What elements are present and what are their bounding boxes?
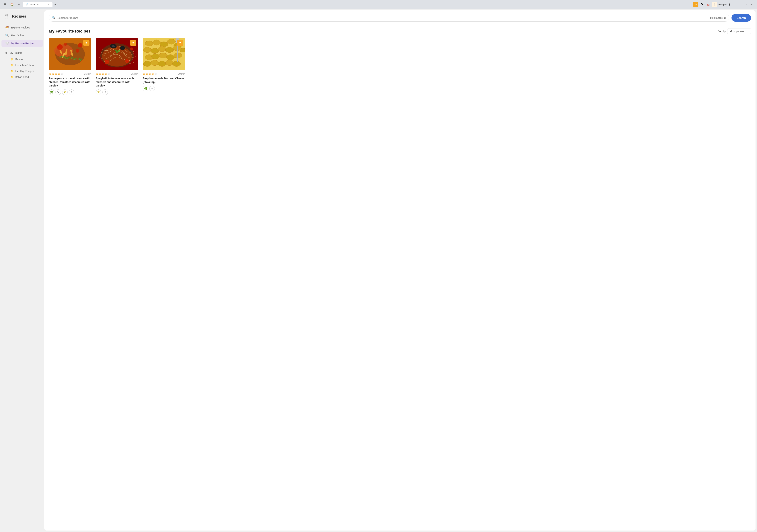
star-5: ★ — [107, 72, 110, 75]
mac-time: 20 min — [178, 73, 185, 75]
recipe-image-mac: ♥ — [143, 38, 185, 70]
maximize-button[interactable]: □ — [742, 2, 748, 7]
search-wrapper: 🔍 Intolerances ⚙ — [49, 14, 729, 22]
star-5: ★ — [61, 72, 63, 75]
logo-icon: 🍴 — [4, 13, 10, 19]
favorite-button-spaghetti[interactable]: ♥ — [130, 40, 136, 46]
svg-point-21 — [118, 50, 120, 52]
folder-icon-pastas: 📁 — [10, 58, 14, 61]
folders-section: ⊞ My Folders 📁 Pastas 📁 Less than 1 hour… — [0, 48, 45, 80]
svg-point-16 — [120, 46, 125, 50]
browser-titlebar: ☰ 🏠 ← 📄 New Tab × + ↗ ✕ M 🍴 Recipes ⋮⋮ —… — [0, 0, 757, 9]
svg-point-19 — [130, 47, 133, 50]
star-1: ★ — [96, 72, 98, 75]
star-2: ★ — [99, 72, 101, 75]
ext-icon-1[interactable]: ↗ — [693, 2, 698, 7]
folder-less-than-hour[interactable]: 📁 Less than 1 hour — [1, 62, 43, 68]
sidebar-item-favorites-label: My Favorite Recipes — [11, 42, 35, 45]
svg-point-17 — [105, 60, 109, 64]
sidebar-logo: 🍴 Recipes — [0, 12, 45, 23]
sidebar-item-find-label: Find Online — [11, 34, 24, 37]
folder-italian[interactable]: 📁 Italian Food — [1, 74, 43, 80]
page-title: My Favourite Recipes — [49, 29, 91, 34]
star-3: ★ — [149, 72, 151, 75]
svg-point-18 — [125, 59, 129, 63]
folder-pastas[interactable]: 📁 Pastas — [1, 56, 43, 62]
window-controls: — □ ✕ — [736, 2, 755, 7]
logo-text: Recipes — [12, 14, 26, 18]
ext-gmail[interactable]: M — [706, 2, 711, 7]
search-icon: 🔍 — [52, 16, 56, 19]
heart-icon-penne: ♥ — [85, 41, 87, 44]
svg-point-8 — [78, 43, 82, 47]
recipe-grid: ♥ ★ ★ ★ ★ ★ 15 min — [49, 38, 751, 95]
folder-less-label: Less than 1 hour — [15, 64, 35, 67]
sidebar-item-favorites[interactable]: 🤍 My Favorite Recipes — [1, 40, 43, 47]
heart-icon: 🤍 — [5, 42, 9, 45]
minimize-button[interactable]: — — [736, 2, 742, 7]
mac-name: Easy Homemade Mac and Cheese (Stovetop) — [143, 77, 185, 84]
sidebar-toggle-button[interactable]: ☰ — [2, 2, 7, 7]
browser-controls: ☰ 🏠 ← — [2, 2, 21, 7]
tag-grain: 🌾 — [62, 89, 68, 95]
star-2: ★ — [52, 72, 54, 75]
star-1: ★ — [49, 72, 51, 75]
recipe-image-penne: ♥ — [49, 38, 91, 70]
mac-meta: ★ ★ ★ ★ ★ 20 min — [143, 72, 185, 75]
main-content: 🔍 Intolerances ⚙ Search My Favourite Rec… — [45, 10, 756, 531]
sidebar-item-explore[interactable]: 🍜 Explore Recipes — [1, 24, 43, 31]
folder-healthy-label: Healthy Recipes — [15, 70, 34, 73]
spaghetti-meta: ★ ★ ★ ★ ★ 25 min — [96, 72, 138, 75]
sort-wrapper: Sort by Most popular Newest Rating Quick… — [718, 28, 751, 34]
spaghetti-stars: ★ ★ ★ ★ ★ — [96, 72, 110, 75]
sidebar-item-find[interactable]: 🔍 Find Online — [1, 32, 43, 39]
heart-icon-spaghetti: ♥ — [132, 41, 134, 44]
folder-icon-healthy: 📁 — [10, 70, 14, 73]
recipes-header: My Favourite Recipes Sort by Most popula… — [49, 28, 751, 34]
sort-select[interactable]: Most popular Newest Rating Quick recipes — [727, 28, 751, 34]
active-ext-label: Recipes — [718, 3, 727, 6]
active-extension[interactable]: 🍴 — [712, 2, 717, 7]
extensions-menu[interactable]: ⋮⋮ — [728, 2, 733, 7]
spaghetti-name: Spaghetti in tomato sauce with mussels a… — [96, 77, 138, 88]
tag-leaf: 🌿 — [49, 89, 54, 95]
intolerances-button[interactable]: Intolerances ⚙ — [710, 16, 726, 19]
new-tab-button[interactable]: + — [53, 2, 58, 7]
recipe-card-mac[interactable]: ♥ ★ ★ ★ ★ ★ 20 min — [143, 38, 185, 95]
favorite-button-mac[interactable]: ♥ — [177, 40, 183, 46]
penne-tags: 🌿 V 🌾 ⊘ — [49, 89, 91, 95]
top-bar: 🔍 Intolerances ⚙ Search — [45, 10, 756, 25]
penne-time: 15 min — [84, 73, 91, 75]
recipe-card-penne[interactable]: ♥ ★ ★ ★ ★ ★ 15 min — [49, 38, 91, 95]
home-button[interactable]: 🏠 — [9, 2, 15, 7]
svg-point-10 — [64, 43, 67, 46]
search-input[interactable] — [57, 16, 708, 19]
explore-icon: 🍜 — [5, 26, 9, 29]
svg-point-9 — [76, 49, 79, 53]
tab-title: New Tab — [30, 3, 39, 6]
folder-italian-label: Italian Food — [15, 75, 29, 78]
recipe-image-spaghetti: ♥ — [96, 38, 138, 70]
sidebar-item-explore-label: Explore Recipes — [11, 26, 30, 29]
filter-icon: ⚙ — [724, 16, 726, 19]
folder-items-list: 📁 Pastas 📁 Less than 1 hour 📁 Healthy Re… — [0, 56, 45, 80]
active-tab[interactable]: 📄 New Tab × — [23, 2, 52, 7]
back-button[interactable]: ← — [16, 2, 21, 7]
star-2: ★ — [146, 72, 148, 75]
star-1: ★ — [143, 72, 145, 75]
search-button[interactable]: Search — [732, 14, 751, 22]
recipe-card-spaghetti[interactable]: ♥ ★ ★ ★ ★ ★ 25 min — [96, 38, 138, 95]
folder-healthy[interactable]: 📁 Healthy Recipes — [1, 68, 43, 74]
folders-header-label: My Folders — [10, 51, 22, 54]
star-4: ★ — [105, 72, 107, 75]
ext-icon-2[interactable]: ✕ — [700, 2, 705, 7]
mac-tags: 🌿 ⊘ — [143, 86, 185, 91]
intolerances-label: Intolerances — [710, 16, 723, 19]
tab-close-button[interactable]: × — [46, 3, 50, 6]
close-button[interactable]: ✕ — [749, 2, 755, 7]
tag-grain-m: ⊘ — [149, 86, 155, 91]
recipes-area: My Favourite Recipes Sort by Most popula… — [45, 25, 756, 531]
penne-meta: ★ ★ ★ ★ ★ 15 min — [49, 72, 91, 75]
penne-name: Penne pasta in tomato sauce with chicken… — [49, 77, 91, 88]
favorite-button-penne[interactable]: ♥ — [83, 40, 89, 46]
